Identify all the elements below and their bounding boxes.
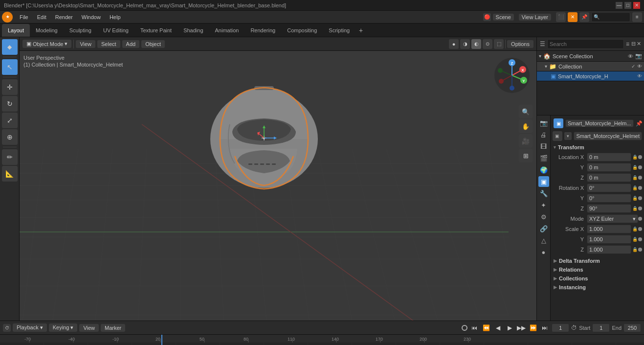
add-workspace-button[interactable]: + (355, 25, 366, 36)
rotation-mode-keyframe[interactable] (638, 217, 642, 221)
next-keyframe-button[interactable]: ⏩ (528, 323, 538, 333)
tab-shading[interactable]: Shading (178, 24, 209, 37)
object-properties-button[interactable]: ▣ (538, 176, 549, 187)
viewport-shading-rendered[interactable]: ◐ (471, 39, 481, 49)
object-row[interactable]: ▣ Smart_Motorcycle_H 👁 (537, 71, 644, 81)
location-x-lock[interactable]: 🔒 (631, 154, 638, 161)
prop-selector-arrow[interactable]: ▾ (564, 132, 572, 140)
instancing-header[interactable]: ▶ Instancing (553, 283, 642, 292)
transform-header[interactable]: ▾ Transform (553, 143, 642, 152)
rotation-y-lock[interactable]: 🔒 (631, 195, 638, 202)
location-y-keyframe[interactable] (638, 165, 642, 169)
location-z-keyframe[interactable] (638, 176, 642, 180)
timeline-view-menu-button[interactable]: View (79, 324, 99, 332)
playback-menu-button[interactable]: Playback ▾ (13, 323, 47, 332)
outliner-search-input[interactable] (547, 39, 624, 49)
location-z-lock[interactable]: 🔒 (631, 174, 638, 181)
timeline-background[interactable] (0, 343, 644, 345)
scale-x-keyframe[interactable] (638, 227, 642, 231)
move-tool-button[interactable]: ✛ (2, 79, 18, 95)
prop-object-dropdown[interactable]: Smart_Motorcycle_Helmet (574, 132, 642, 140)
tab-rendering[interactable]: Rendering (244, 24, 281, 37)
scale-y-keyframe[interactable] (638, 237, 642, 241)
scale-z-lock[interactable]: 🔒 (631, 246, 638, 253)
tab-layout[interactable]: Layout (2, 24, 30, 37)
location-x-keyframe[interactable] (638, 155, 642, 159)
render-properties-button[interactable]: 📷 (538, 117, 549, 128)
relations-header[interactable]: ▶ Relations (553, 265, 642, 274)
outliner-expand-button[interactable]: ✕ (637, 41, 641, 47)
scene-collection-visibility[interactable]: 👁 (628, 53, 633, 59)
collection-exclude[interactable]: 👁 (637, 64, 642, 69)
rotation-y-keyframe[interactable] (638, 196, 642, 200)
scene-selector-icon[interactable]: 🔴 (483, 13, 491, 21)
scale-y-value[interactable]: 1.000 (587, 235, 631, 244)
rotation-z-lock[interactable]: 🔒 (631, 205, 638, 212)
world-properties-button[interactable]: 🌍 (538, 164, 549, 175)
viewport-shading-solid[interactable]: ● (449, 39, 459, 49)
pin-icon[interactable]: 📌 (579, 12, 589, 22)
object-visibility-outliner[interactable]: 👁 (637, 73, 642, 79)
location-y-lock[interactable]: 🔒 (631, 164, 638, 171)
rotation-x-lock[interactable]: 🔒 (631, 184, 638, 191)
expand-icon[interactable]: ⬛ (556, 12, 566, 22)
location-z-value[interactable]: 0 m (587, 173, 631, 182)
current-frame-input[interactable]: 1 (552, 323, 569, 332)
scale-z-value[interactable]: 1.000 (587, 245, 631, 254)
rotation-y-value[interactable]: 0° (587, 194, 631, 203)
menu-render[interactable]: Render (51, 13, 77, 21)
location-x-value[interactable]: 0 m (587, 153, 631, 161)
view-menu-button[interactable]: View (76, 40, 95, 48)
maximize-button[interactable]: □ (624, 2, 631, 9)
collections-header[interactable]: ▶ Collections (553, 274, 642, 283)
scene-collection-render[interactable]: 📷 (635, 53, 642, 59)
data-properties-button[interactable]: △ (538, 235, 549, 246)
viewport-canvas[interactable]: User Perspective (1) Collection | Smart_… (20, 51, 536, 321)
scene-selector[interactable]: Scene (493, 14, 514, 21)
global-search[interactable]: 🔍 (591, 12, 630, 22)
step-forward-button[interactable]: ▶▶ (516, 323, 526, 333)
navigation-gizmo[interactable]: X Y (492, 56, 532, 95)
viewport-xray-toggle[interactable]: ⬚ (494, 39, 504, 49)
rotate-tool-button[interactable]: ↻ (2, 96, 18, 112)
menu-window[interactable]: Window (78, 13, 105, 21)
filter-icon[interactable]: ≡ (632, 12, 642, 22)
outliner-collapse-button[interactable]: ⊟ (631, 41, 636, 47)
scale-tool-button[interactable]: ⤢ (2, 113, 18, 128)
rotation-x-value[interactable]: 0° (587, 184, 631, 192)
rotation-x-keyframe[interactable] (638, 186, 642, 190)
marker-menu-button[interactable]: Marker (101, 324, 125, 332)
rotation-z-keyframe[interactable] (638, 207, 642, 210)
pan-button[interactable]: ✋ (519, 119, 533, 133)
end-frame-input[interactable] (623, 323, 641, 332)
select-tool-button[interactable]: ↖ (2, 59, 18, 75)
start-frame-input[interactable] (592, 323, 610, 332)
close-button[interactable]: ✕ (633, 2, 640, 9)
prop-object-link-button[interactable]: 📌 (636, 120, 643, 127)
object-menu-button[interactable]: Object (141, 40, 165, 48)
location-y-value[interactable]: 0 m (587, 163, 631, 172)
collection-row[interactable]: ▾ 📁 Collection ✓ 👁 (537, 62, 644, 71)
close-editor-icon[interactable]: ✕ (568, 12, 577, 22)
scale-y-lock[interactable]: 🔒 (631, 236, 638, 243)
measure-tool-button[interactable]: 📐 (2, 166, 18, 182)
titlebar-controls[interactable]: — □ ✕ (616, 2, 640, 9)
tab-scripting[interactable]: Scripting (323, 24, 355, 37)
view-layer-selector[interactable]: View Layer (519, 14, 551, 21)
scene-collection-bar[interactable]: ▾ 🏠 Scene Collection 👁 📷 (537, 51, 644, 62)
select-menu-button[interactable]: Select (97, 40, 120, 48)
add-menu-button[interactable]: Add (122, 40, 140, 48)
prev-keyframe-button[interactable]: ⏪ (481, 323, 491, 333)
collection-visibility[interactable]: ✓ (631, 64, 635, 69)
menu-edit[interactable]: Edit (33, 13, 50, 21)
keying-menu-button[interactable]: Keying ▾ (49, 323, 78, 332)
viewport-overlay-toggle[interactable]: ⊙ (483, 39, 492, 49)
outliner-filter-button[interactable]: ≡ (626, 41, 629, 47)
rotation-z-value[interactable]: 90° (587, 204, 631, 213)
annotate-tool-button[interactable]: ✏ (2, 149, 18, 165)
view-layer-properties-button[interactable]: 🎞 (538, 141, 549, 152)
delta-transform-header[interactable]: ▶ Delta Transform (553, 256, 642, 265)
physics-properties-button[interactable]: ⚙ (538, 211, 549, 222)
tab-animation[interactable]: Animation (209, 24, 245, 37)
rotation-mode-dropdown[interactable]: XYZ Euler ▾ (587, 214, 638, 223)
